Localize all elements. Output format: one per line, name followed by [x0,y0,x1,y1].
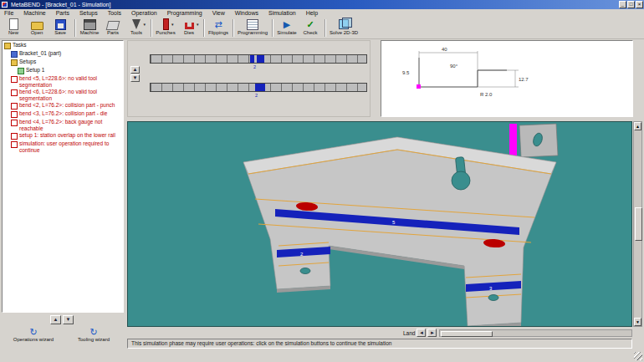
open-button[interactable]: Open [25,18,49,38]
chevron-down-icon[interactable]: ▾ [171,22,174,27]
toolbar-label: Solve 2D-3D [330,30,358,35]
toolbar-separator [151,19,151,37]
new-file-icon [9,18,18,30]
menu-setups[interactable]: Setups [75,9,102,18]
toolbar-label: Simulate [277,30,296,35]
tools-button[interactable]: ▾ Tools [125,18,148,38]
dies-button[interactable]: ▾ Dies [177,18,201,38]
selected-bend-marker[interactable] [417,84,421,89]
solve-2d-3d-button[interactable]: Solve 2D-3D [328,18,360,38]
status-bar: This simulation phase may require user o… [127,339,632,349]
programming-button[interactable]: Programming [236,18,269,38]
tree-error-item[interactable]: bend <3, L=76.2>: collision part - die [3,110,123,118]
window-title: MetaBEND - [Bracket_01 - Simulation] [11,2,110,8]
station-number: 2 [253,64,256,69]
machine-button[interactable]: Machine [78,18,101,38]
tree-error-item[interactable]: bend <5, L=228.6>: no valid tool segment… [3,74,123,88]
simulate-button[interactable]: ▶ Simulate [275,18,299,38]
toolbar-label: Parts [107,30,119,35]
menu-parts[interactable]: Parts [52,9,74,18]
minimize-button[interactable]: _ [619,1,626,8]
tree-error-item[interactable]: bend <4, L=76.2>: back gauge not reachab… [3,118,123,131]
lower-tool-rail[interactable] [150,83,367,92]
tree-error-item[interactable]: bend <6, L=228.6>: no valid tool segment… [3,88,123,101]
menu-operation[interactable]: Operation [127,9,161,18]
tree-error-item[interactable]: setup 1: station overlap on the lower ra… [3,131,123,140]
tree-item-setup-1[interactable]: Setup 1 [3,66,123,74]
tree-item-part[interactable]: Bracket_01 (part) [3,49,123,58]
dimension-label: R 2.0 [480,92,493,97]
scroll-down-button[interactable]: ▼ [634,318,641,326]
rail-scroll-buttons: ▲ ▼ [130,66,140,82]
tool-stations-panel: 2 ▲ ▼ 2 [127,40,371,117]
horizontal-scrollbar-thumb[interactable] [441,331,493,337]
tree-item-root[interactable]: Tasks [3,41,123,49]
tree-error-item[interactable]: simulation: user operation required to c… [3,140,123,153]
die-icon [185,23,194,29]
tree-item-label: Tasks [13,42,27,48]
scroll-up-button[interactable]: ▲ [634,122,641,130]
close-button[interactable]: × [636,1,643,8]
error-text: bend <5, L=228.6>: no valid tool segment… [19,75,121,88]
tree-error-item[interactable]: bend <2, L=76.2>: collision part - punch [3,101,123,110]
parts-button[interactable]: Parts [101,18,125,38]
wizard-icon: ↻ [89,327,97,337]
simulation-3d-viewport[interactable]: 5 2 3 [127,121,632,327]
horizontal-scrollbar[interactable] [439,329,632,337]
menu-tools[interactable]: Tools [104,9,125,18]
title-bar[interactable]: MetaBEND - [Bracket_01 - Simulation] _ □… [0,0,644,9]
toolbar-separator [325,19,325,37]
tooling-wizard-button[interactable]: ↻ Tooling wizard [65,327,122,342]
tool-segment[interactable] [250,55,254,63]
menu-machine[interactable]: Machine [19,9,49,18]
toolbar-label: Open [31,30,43,35]
move-up-button[interactable]: ▲ [50,315,61,324]
highlighted-finger-stop[interactable] [509,124,517,156]
tool-segment[interactable] [257,55,264,63]
menu-file[interactable]: File [0,9,18,18]
menu-windows[interactable]: Windows [231,9,263,18]
sheet-part-icon [106,21,120,30]
operations-wizard-button[interactable]: ↻ Operations wizard [5,327,62,342]
profile-sketch: 40 9.5 12.7 R 2.0 90° [381,41,632,116]
dimension-label: 40 [442,47,447,52]
save-button[interactable]: Save [49,18,72,38]
tree-item-label: Setups [19,59,36,65]
menu-help[interactable]: Help [302,9,322,18]
new-button[interactable]: New [2,18,25,38]
upper-tool-rail[interactable] [150,54,367,64]
menu-bar: File Machine Parts Setups Tools Operatio… [0,9,644,18]
flippings-button[interactable]: ⇄ Flippings [207,18,230,38]
rail-up-button[interactable]: ▲ [130,66,140,74]
toolbar-separator [233,19,233,37]
step-forward-button[interactable]: ► [427,329,437,337]
chevron-down-icon[interactable]: ▾ [143,22,146,27]
resize-grip[interactable] [634,352,642,360]
vertical-scrollbar[interactable]: ▲ ▼ [633,121,642,327]
tree-item-setups[interactable]: Setups [3,58,123,66]
check-button[interactable]: ✓ Check [299,18,322,38]
punch-icon [163,18,169,30]
save-floppy-icon [55,19,66,30]
chevron-down-icon[interactable]: ▾ [197,22,199,27]
error-text: bend <3, L=76.2>: collision part - die [19,110,107,117]
viewport-nav-bar: Land ◄ ► [127,329,632,337]
punches-button[interactable]: ▾ Punches [154,18,177,38]
rail-down-button[interactable]: ▼ [130,74,140,82]
menu-simulation[interactable]: Simulation [264,9,300,18]
dimension-label: 12.7 [519,77,529,82]
tool-segment[interactable] [255,84,265,91]
menu-programming[interactable]: Programming [163,9,207,18]
toolbar-label: Dies [184,30,194,35]
move-down-button[interactable]: ▼ [63,315,74,324]
toolbar-label: New [8,30,18,35]
tree-item-label: Bracket_01 (part) [19,50,61,57]
menu-view[interactable]: View [208,9,229,18]
toolbar-separator [272,19,273,37]
maximize-button[interactable]: □ [627,1,635,8]
step-back-button[interactable]: ◄ [417,329,426,337]
vertical-scrollbar-thumb[interactable] [635,207,642,241]
warning-icon [11,103,18,110]
toolbar-label: Machine [80,30,100,35]
toolbar-label: Programming [238,30,268,35]
